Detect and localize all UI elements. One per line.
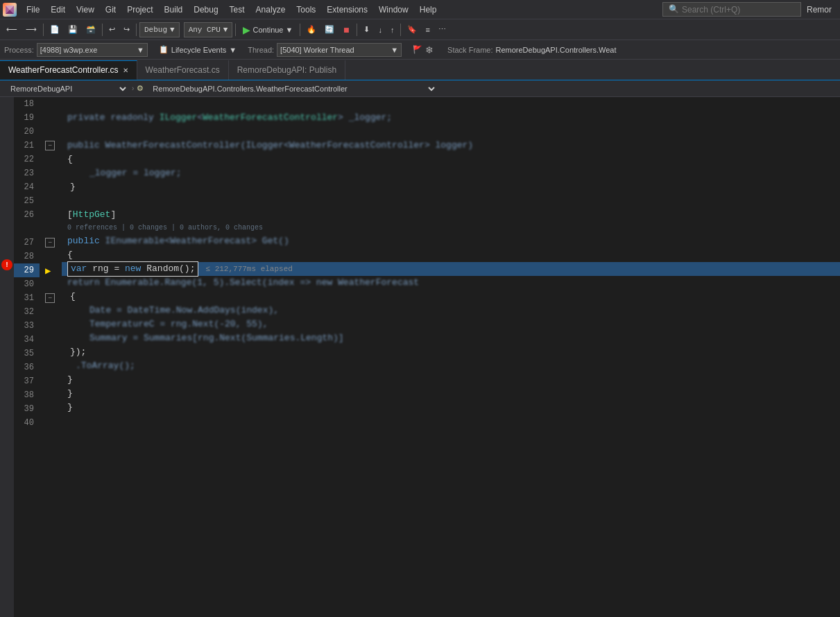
undo-button[interactable]: ↩	[105, 23, 119, 36]
menu-tools[interactable]: Tools	[291, 2, 321, 17]
line-num-40: 40	[14, 416, 40, 430]
show-threads-button[interactable]: ≡	[422, 24, 433, 36]
line-num-26: 26	[14, 208, 40, 222]
line-num-39: 39	[14, 402, 40, 416]
line-num-21: 21	[14, 139, 40, 153]
step-out-button[interactable]: ↑	[387, 24, 398, 36]
code-line-21: public WeatherForecastController(ILogger…	[62, 139, 840, 153]
menu-extensions[interactable]: Extensions	[321, 2, 373, 17]
line-num-20: 20	[14, 125, 40, 139]
menu-edit[interactable]: Edit	[45, 2, 71, 17]
code-line-38: }	[62, 387, 840, 401]
line-num-31: 31	[14, 291, 40, 305]
toolbar-separator-2	[102, 24, 103, 36]
freeze-icon: ❄	[425, 44, 434, 55]
code-line-35: });	[62, 345, 840, 359]
menu-project[interactable]: Project	[121, 2, 158, 17]
continue-button[interactable]: ▶ Continue ▼	[239, 23, 297, 37]
gutter: − − ▶ −	[45, 97, 62, 617]
more-debug-button[interactable]: ⋯	[435, 23, 449, 36]
line-num-34: 34	[14, 333, 40, 347]
fold-icon-21[interactable]: −	[45, 141, 55, 150]
menu-build[interactable]: Build	[159, 2, 189, 17]
tab-label-2: WeatherForecast.cs	[146, 65, 220, 75]
tab-label-1: WeatherForecastController.cs	[8, 65, 119, 75]
code-line-39: }	[62, 401, 840, 415]
code-line-32: Date = DateTime.Now.AddDays(index),	[62, 304, 840, 318]
redo-button[interactable]: ↪	[120, 23, 133, 36]
line-num-37: 37	[14, 374, 40, 388]
code-line-20	[62, 125, 840, 139]
code-editor[interactable]: private readonly ILogger<WeatherForecast…	[62, 97, 840, 617]
debug-toolbar: Process: [4988] w3wp.exe ▼ 📋 Lifecycle E…	[0, 40, 840, 60]
code-line-36: .ToArray();	[62, 359, 840, 373]
line-num-33: 33	[14, 319, 40, 333]
debug-arrow: ▶	[45, 265, 51, 277]
code-line-31: {	[62, 290, 840, 304]
thread-dropdown[interactable]: [5040] Worker Thread ▼	[277, 43, 402, 57]
new-file-button[interactable]: 📄	[46, 23, 63, 36]
code-line-22: {	[62, 153, 840, 166]
tab-weatherforecastcontroller[interactable]: WeatherForecastController.cs ✕	[0, 60, 137, 80]
tab-publish[interactable]: RemoreDebugAPI: Publish	[229, 60, 345, 80]
save-button[interactable]: 💾	[65, 23, 81, 36]
menu-view[interactable]: View	[71, 2, 100, 17]
lifecycle-icon: 📋	[159, 45, 169, 54]
platform-dropdown[interactable]: Any CPU ▼	[184, 22, 233, 37]
navigate-forward-button[interactable]: ⟶	[22, 23, 40, 36]
line-num-22: 22	[14, 153, 40, 166]
process-dropdown[interactable]: [4988] w3wp.exe ▼	[37, 43, 148, 57]
remor-button[interactable]: Remor	[801, 2, 837, 17]
line-num-19: 19	[14, 111, 40, 125]
tab-close-1[interactable]: ✕	[123, 67, 128, 74]
code-line-23: _logger = logger;	[62, 166, 840, 180]
process-label: Process:	[4, 46, 34, 54]
line-num-30: 30	[14, 277, 40, 291]
search-box[interactable]: 🔍	[662, 2, 801, 17]
class-dropdown[interactable]: RemoreDebugAPI.Controllers.WeatherForeca…	[146, 82, 438, 95]
toolbar-separator-5	[300, 24, 300, 36]
line-num-35: 35	[14, 347, 40, 360]
restart-button[interactable]: 🔄	[321, 23, 338, 36]
code-line-29: 💡 var rng = new Random(); ≤ 212,777ms el…	[62, 262, 840, 276]
line-num-38: 38	[14, 388, 40, 402]
stack-frame-value: RemoreDebugAPI.Controllers.Weat	[496, 46, 617, 54]
stop-button[interactable]: ⏹	[339, 24, 354, 36]
navigate-back-button[interactable]: ⟵	[3, 23, 21, 36]
line-num-27: 27	[14, 236, 40, 250]
configuration-dropdown[interactable]: Debug ▼	[139, 22, 180, 37]
menu-file[interactable]: File	[21, 2, 45, 17]
line-num-24: 24	[14, 180, 40, 194]
menu-analyze[interactable]: Analyze	[250, 2, 291, 17]
step-over-button[interactable]: ⬇	[360, 23, 373, 36]
code-line-28: {	[62, 248, 840, 262]
toolbar-separator-1	[43, 24, 44, 36]
toolbar-separator-3	[136, 24, 137, 36]
search-input[interactable]	[682, 5, 793, 15]
namespace-dropdown[interactable]: RemoreDebugAPI	[4, 82, 129, 95]
bookmark-button[interactable]: 🔖	[404, 23, 420, 36]
code-line-18	[62, 97, 840, 111]
menu-git[interactable]: Git	[100, 2, 121, 17]
thread-label: Thread:	[248, 46, 274, 54]
nav-separator: ›	[132, 85, 134, 92]
menu-test[interactable]: Test	[224, 2, 250, 17]
step-into-button[interactable]: ↓	[375, 24, 386, 36]
toolbar-separator-6	[357, 24, 357, 36]
tab-weatherforecast[interactable]: WeatherForecast.cs	[137, 60, 229, 80]
breadcrumb-icon: ⚙	[137, 84, 144, 93]
menu-debug[interactable]: Debug	[188, 2, 223, 17]
code-line-40	[62, 415, 840, 428]
code-line-30: return Enumerable.Range(1, 5).Select(ind…	[62, 276, 840, 290]
code-line-27: public IEnumerable<WeatherForecast> Get(…	[62, 234, 840, 248]
hot-reload-button[interactable]: 🔥	[303, 23, 320, 36]
fold-icon-27[interactable]: −	[45, 238, 55, 247]
code-line-37: }	[62, 373, 840, 387]
code-line-34: Summary = Summaries[rng.Next(Summaries.L…	[62, 331, 840, 345]
fold-icon-31[interactable]: −	[45, 293, 55, 303]
code-line-26: [HttpGet]	[62, 208, 840, 222]
menu-window[interactable]: Window	[373, 2, 414, 17]
lifecycle-label[interactable]: Lifecycle Events	[171, 46, 226, 54]
save-all-button[interactable]: 🗃️	[83, 23, 99, 36]
menu-help[interactable]: Help	[414, 2, 443, 17]
